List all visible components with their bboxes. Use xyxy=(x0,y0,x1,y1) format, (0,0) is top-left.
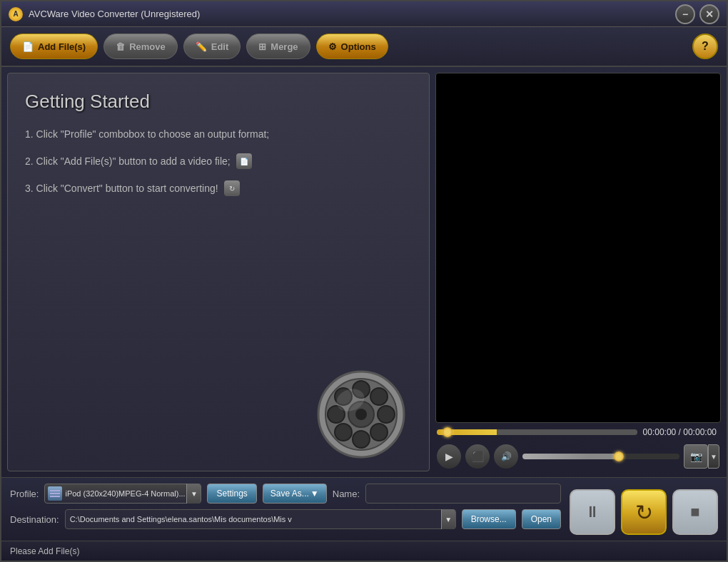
name-label: Name: xyxy=(333,489,360,499)
app-window: A AVCWare Video Converter (Unregistered)… xyxy=(0,0,728,562)
save-as-button[interactable]: Save As... ▼ xyxy=(263,484,327,504)
merge-icon: ⊞ xyxy=(258,41,266,52)
play-button[interactable]: ▶ xyxy=(437,444,461,469)
options-icon: ⚙ xyxy=(328,41,337,52)
screenshot-button[interactable]: 📷 xyxy=(684,444,708,469)
camera-icon: 📷 xyxy=(690,451,702,462)
svg-point-11 xyxy=(335,424,352,441)
bottom-left: Profile: iPod (320x240)MPEG-4 Normal)...… xyxy=(10,484,561,529)
video-controls: ▶ ⬛ 🔊 📷 ▼ xyxy=(435,441,721,471)
video-progress-thumb xyxy=(443,427,453,437)
profile-select-icon xyxy=(48,486,62,501)
convert-button[interactable]: ↻ xyxy=(621,489,667,535)
step-3: 3. Click "Convert" button to start conve… xyxy=(25,180,412,196)
browse-button[interactable]: Browse... xyxy=(462,509,516,529)
add-files-label: Add File(s) xyxy=(38,41,86,52)
step-3-text: 3. Click "Convert" button to start conve… xyxy=(25,181,218,196)
profile-select[interactable]: iPod (320x240)MPEG-4 Normal)... ▼ xyxy=(44,484,201,504)
step-1-text: 1. Click "Profile" combobox to choose an… xyxy=(25,127,269,142)
remove-label: Remove xyxy=(129,41,166,52)
film-reel xyxy=(315,368,408,464)
destination-dropdown-arrow[interactable]: ▼ xyxy=(441,509,455,529)
video-progress-bar[interactable] xyxy=(437,429,637,435)
video-progress-track xyxy=(437,429,637,435)
volume-thumb xyxy=(614,451,624,461)
remove-button[interactable]: 🗑 Remove xyxy=(103,34,178,59)
toolbar: 📄 Add File(s) 🗑 Remove ✏️ Edit ⊞ Merge ⚙… xyxy=(1,27,727,67)
app-icon: A xyxy=(9,7,23,21)
help-button[interactable]: ? xyxy=(692,34,718,59)
edit-icon: ✏️ xyxy=(196,41,207,52)
step-2-text: 2. Click "Add File(s)" button to add a v… xyxy=(25,154,231,169)
edit-button[interactable]: ✏️ Edit xyxy=(183,34,241,59)
profile-row: Profile: iPod (320x240)MPEG-4 Normal)...… xyxy=(10,484,561,504)
add-files-button[interactable]: 📄 Add File(s) xyxy=(10,34,98,59)
volume-track xyxy=(522,454,617,459)
destination-path: C:\Documents and Settings\elena.santos\M… xyxy=(66,515,441,523)
stop-convert-button[interactable]: ■ xyxy=(672,489,718,535)
video-time: 00:00:00 / 00:00:00 xyxy=(643,427,719,437)
volume-icon: 🔊 xyxy=(501,451,512,461)
edit-label: Edit xyxy=(211,41,229,52)
getting-started-panel: Getting Started 1. Click "Profile" combo… xyxy=(7,73,430,471)
camera-dropdown-arrow[interactable]: ▼ xyxy=(708,444,719,469)
video-preview xyxy=(435,73,721,423)
main-content: Getting Started 1. Click "Profile" combo… xyxy=(1,67,727,477)
destination-path-container: C:\Documents and Settings\elena.santos\M… xyxy=(65,509,456,529)
svg-rect-14 xyxy=(50,493,60,494)
help-label: ? xyxy=(702,40,709,53)
name-input[interactable] xyxy=(365,484,561,504)
convert-icon: ↻ xyxy=(635,500,653,525)
title-bar: A AVCWare Video Converter (Unregistered)… xyxy=(1,1,727,27)
step-1: 1. Click "Profile" combobox to choose an… xyxy=(25,127,412,142)
options-button[interactable]: ⚙ Options xyxy=(316,34,388,59)
pause-button[interactable]: ⏸ xyxy=(570,489,615,535)
merge-label: Merge xyxy=(271,41,298,52)
getting-started-title: Getting Started xyxy=(25,91,412,113)
svg-point-3 xyxy=(355,409,367,420)
minimize-button[interactable]: − xyxy=(675,4,695,24)
stop-button[interactable]: ⬛ xyxy=(465,444,490,469)
destination-row: Destination: C:\Documents and Settings\e… xyxy=(10,509,561,529)
save-as-container: Save As... ▼ xyxy=(263,484,327,504)
svg-rect-15 xyxy=(50,496,60,497)
svg-point-5 xyxy=(353,431,370,448)
stop-icon: ⬛ xyxy=(472,451,484,462)
svg-rect-13 xyxy=(50,490,60,491)
merge-button[interactable]: ⊞ Merge xyxy=(246,34,310,59)
camera-controls: 📷 ▼ xyxy=(684,444,719,469)
title-bar-text: AVCWare Video Converter (Unregistered) xyxy=(29,9,675,19)
step-2: 2. Click "Add File(s)" button to add a v… xyxy=(25,153,412,169)
remove-icon: 🗑 xyxy=(116,41,125,52)
pause-icon: ⏸ xyxy=(585,503,600,521)
save-as-arrow: ▼ xyxy=(310,489,319,499)
close-button[interactable]: ✕ xyxy=(699,4,719,24)
volume-slider[interactable] xyxy=(522,454,679,459)
volume-button[interactable]: 🔊 xyxy=(494,444,518,469)
convert-step-icon: ↻ xyxy=(224,180,240,196)
profile-dropdown-arrow[interactable]: ▼ xyxy=(186,484,201,504)
svg-point-9 xyxy=(370,424,388,441)
status-bar: Please Add File(s) xyxy=(1,541,727,561)
action-buttons: ⏸ ↻ ■ xyxy=(570,484,718,535)
title-bar-controls: − ✕ xyxy=(675,4,719,24)
bottom-panel: Profile: iPod (320x240)MPEG-4 Normal)...… xyxy=(1,477,727,541)
svg-point-10 xyxy=(370,388,388,405)
stop-convert-icon: ■ xyxy=(690,503,699,521)
getting-started-steps: 1. Click "Profile" combobox to choose an… xyxy=(25,127,412,196)
add-files-step-icon: 📄 xyxy=(236,153,252,169)
settings-button[interactable]: Settings xyxy=(207,484,256,504)
destination-label: Destination: xyxy=(10,514,59,525)
svg-point-7 xyxy=(378,406,395,423)
save-as-label: Save As... xyxy=(271,489,309,499)
add-files-icon: 📄 xyxy=(22,41,34,52)
status-message: Please Add File(s) xyxy=(10,546,79,556)
open-button[interactable]: Open xyxy=(522,509,561,529)
video-panel: 00:00:00 / 00:00:00 ▶ ⬛ 🔊 xyxy=(435,73,721,471)
options-label: Options xyxy=(341,41,376,52)
play-icon: ▶ xyxy=(445,451,453,462)
profile-label: Profile: xyxy=(10,489,39,499)
profile-value: iPod (320x240)MPEG-4 Normal)... xyxy=(65,489,186,498)
